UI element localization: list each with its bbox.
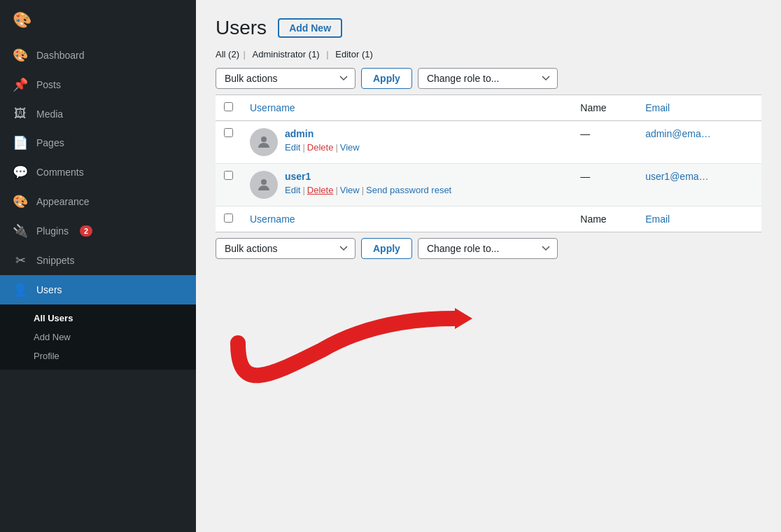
filter-links: All (2) | Administrator (1) | Editor (1) [216,49,761,59]
sidebar-item-label: Dashboard [36,50,85,61]
apply-button-bottom[interactable]: Apply [361,238,412,259]
appearance-icon: 🎨 [13,194,28,209]
filter-editor-link[interactable]: Editor (1) [335,49,372,59]
sidebar-sub-item-add-new[interactable]: Add New [0,328,196,346]
svg-point-1 [261,179,267,185]
select-all-checkbox[interactable] [224,102,233,111]
footer-username-col[interactable]: Username [241,206,572,232]
sidebar-item-media[interactable]: 🖼 Media [0,99,196,128]
user1-email-cell: user1@ema… [637,164,761,206]
sidebar-item-appearance[interactable]: 🎨 Appearance [0,187,196,216]
add-new-button[interactable]: Add New [278,18,342,38]
sidebar-item-pages[interactable]: 📄 Pages [0,128,196,158]
table-row-admin: admin Edit | Delete | View — [216,121,761,164]
user1-send-password-link[interactable]: Send password reset [366,185,451,195]
user1-email-link[interactable]: user1@ema… [645,171,708,182]
admin-view-link[interactable]: View [340,142,360,153]
sidebar-item-dashboard[interactable]: 🎨 Dashboard [0,41,196,70]
bottom-toolbar: Bulk actions Delete Apply Change role to… [216,238,761,259]
table-row-user1: user1 Edit | Delete | View | Send passwo… [216,164,761,206]
users-icon: 👤 [13,282,28,298]
pages-icon: 📄 [13,135,28,150]
user1-edit-link[interactable]: Edit [285,185,300,195]
admin-edit-link[interactable]: Edit [285,142,300,153]
apply-button-top[interactable]: Apply [361,68,412,89]
admin-username-link[interactable]: admin [285,128,360,139]
admin-delete-link[interactable]: Delete [307,142,334,153]
change-role-select-bottom[interactable]: Change role to... Administrator Editor A… [418,238,558,259]
sidebar-item-snippets[interactable]: ✂ Snippets [0,246,196,275]
admin-checkbox[interactable] [224,128,233,137]
sidebar-item-label: Appearance [36,196,90,207]
filter-all-count: (2) [228,49,239,59]
sidebar-sub-item-profile[interactable]: Profile [0,346,196,365]
footer-checkbox-col [216,206,241,232]
footer-email-col[interactable]: Email [637,206,761,232]
change-role-select-top[interactable]: Change role to... Administrator Editor A… [418,68,558,89]
user1-username-cell: user1 Edit | Delete | View | Send passwo… [241,164,572,206]
admin-checkbox-cell [216,121,241,164]
admin-name-cell: — [572,121,637,164]
admin-avatar [250,128,278,156]
sidebar-item-label: Plugins [36,225,69,237]
dashboard-icon: 🎨 [13,48,28,63]
page-title: Users [216,17,267,39]
sidebar: 🎨 🎨 Dashboard 📌 Posts 🖼 Media 📄 Pages 💬 … [0,0,196,532]
bulk-actions-select-bottom[interactable]: Bulk actions Delete [216,238,356,259]
admin-username-info: admin Edit | Delete | View [285,128,360,153]
header-name-col: Name [572,95,637,121]
svg-marker-2 [455,308,472,329]
snippets-icon: ✂ [13,253,28,268]
user1-checkbox[interactable] [224,171,233,180]
admin-row-actions: Edit | Delete | View [285,142,360,153]
user1-row-actions: Edit | Delete | View | Send password res… [285,185,451,195]
page-title-row: Users Add New [216,17,761,39]
header-checkbox-col [216,95,241,121]
select-all-checkbox-bottom[interactable] [224,214,233,223]
sidebar-brand: 🎨 [0,0,196,41]
sidebar-submenu-users: All Users Add New Profile [0,304,196,370]
sidebar-item-label: Snippets [36,255,74,266]
sidebar-item-label: Pages [36,137,64,148]
user1-username-link[interactable]: user1 [285,171,451,182]
footer-name-col: Name [572,206,637,232]
svg-point-0 [261,136,267,142]
media-icon: 🖼 [13,106,28,121]
user1-avatar [250,171,278,199]
header-username-col[interactable]: Username [241,95,572,121]
table-footer-row: Username Name Email [216,206,761,232]
admin-email-link[interactable]: admin@ema… [645,128,711,139]
user1-view-link[interactable]: View [340,185,360,195]
users-table: Username Name Email [216,94,761,232]
dashboard-icon: 🎨 [13,11,31,29]
sidebar-item-comments[interactable]: 💬 Comments [0,158,196,187]
user1-checkbox-cell [216,164,241,206]
header-email-col[interactable]: Email [637,95,761,121]
sidebar-item-label: Media [36,108,63,120]
filter-admin-link[interactable]: Administrator (1) [253,49,323,59]
admin-email-cell: admin@ema… [637,121,761,164]
sidebar-item-label: Users [36,284,62,295]
admin-username-cell: admin Edit | Delete | View [241,121,572,164]
user1-username-info: user1 Edit | Delete | View | Send passwo… [285,171,451,195]
user1-delete-link[interactable]: Delete [307,185,334,195]
sidebar-item-label: Posts [36,79,61,90]
filter-sep-2: | [326,49,331,59]
main-content: Users Add New All (2) | Administrator (1… [196,0,781,532]
top-toolbar: Bulk actions Delete Apply Change role to… [216,68,761,89]
table-header-row: Username Name Email [216,95,761,121]
comments-icon: 💬 [13,164,28,180]
user1-name-cell: — [572,164,637,206]
posts-icon: 📌 [13,77,28,92]
filter-all-label: All [216,49,225,59]
plugins-icon: 🔌 [13,223,28,239]
sidebar-item-users[interactable]: 👤 Users [0,275,196,304]
sidebar-sub-item-all-users[interactable]: All Users [0,309,196,328]
bulk-actions-select[interactable]: Bulk actions Delete [216,68,356,89]
sidebar-item-plugins[interactable]: 🔌 Plugins 2 [0,216,196,246]
plugins-badge: 2 [80,225,92,237]
filter-sep-1: | [244,49,248,59]
sidebar-item-posts[interactable]: 📌 Posts [0,70,196,99]
sidebar-item-label: Comments [36,167,84,178]
